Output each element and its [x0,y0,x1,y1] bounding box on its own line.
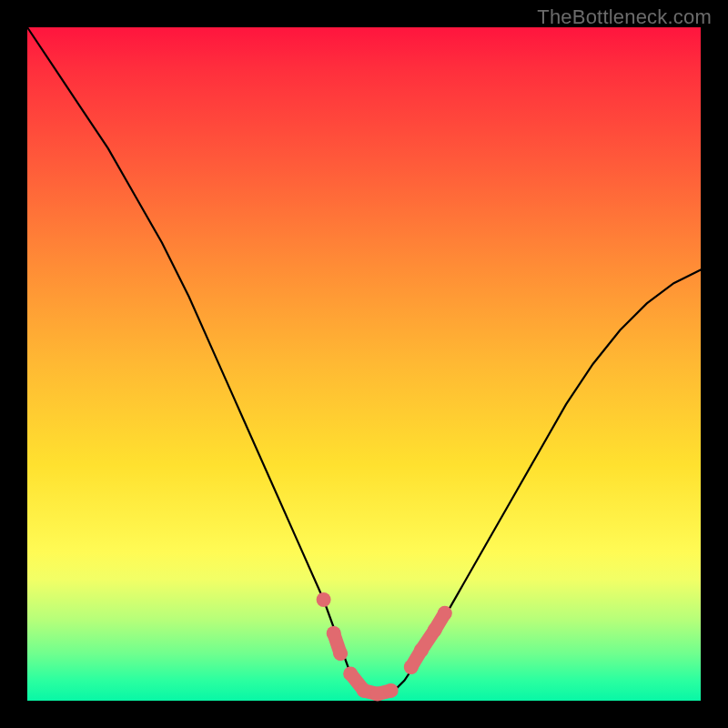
trough-marker-dot [317,592,331,607]
trough-marker-dot [333,646,348,661]
trough-markers [317,592,452,702]
bottleneck-curve [27,27,701,694]
attribution-text: TheBottleneck.com [537,5,712,29]
chart-frame: TheBottleneck.com [0,0,728,728]
trough-marker-dot [384,683,399,698]
plot-area [27,27,701,701]
trough-marker-dot [438,606,452,621]
curve-svg [27,27,701,701]
